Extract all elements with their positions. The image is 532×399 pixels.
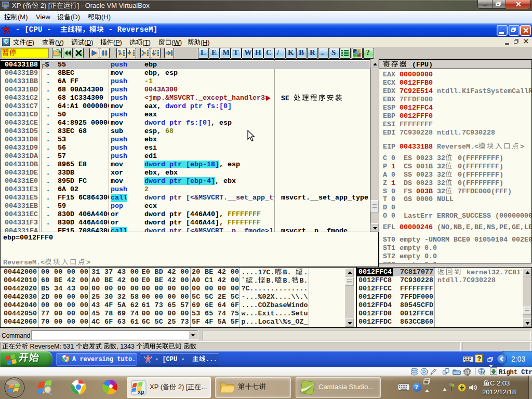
svg-text:xp: xp (138, 389, 144, 395)
